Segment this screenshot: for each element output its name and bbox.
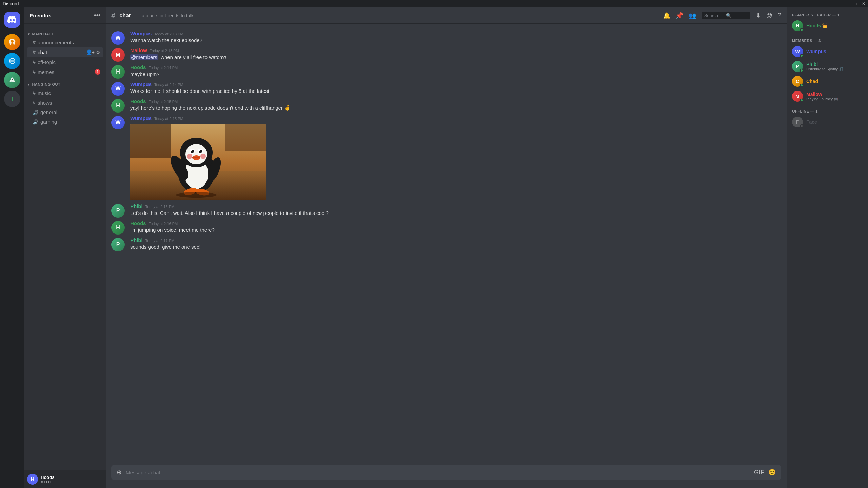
add-member-icon[interactable]: 👤+ (86, 49, 95, 55)
member-info: Wumpus (806, 49, 863, 54)
search-icon: 🔍 (726, 13, 748, 18)
mention-tag[interactable]: @members (130, 54, 158, 60)
message-author[interactable]: Phibi (130, 237, 143, 243)
message-input-placeholder[interactable]: Message #chat (126, 470, 750, 475)
minimize-button[interactable]: — (850, 1, 854, 6)
messages-area[interactable]: W Wumpus Today at 2:13 PM Wanna watch th… (106, 24, 787, 465)
hash-icon: # (33, 59, 36, 65)
channel-music[interactable]: # music (27, 88, 103, 98)
add-file-icon[interactable]: ⊕ (117, 469, 122, 476)
member-list: FEARLESS LEADER — 1 H Hoods 👑 MEMBERS — … (787, 7, 868, 488)
message-group: W Wumpus Today at 2:14 PM Works for me! … (106, 80, 787, 97)
message-timestamp: Today at 2:15 PM (149, 100, 178, 104)
channel-shows[interactable]: # shows (27, 98, 103, 107)
message-group: H Hoods Today at 2:16 PM i'm jumping on … (106, 219, 787, 236)
hash-icon: # (33, 100, 36, 106)
category-hanging-out[interactable]: ▼ HANGING OUT (24, 77, 106, 88)
message-text: i'm jumping on voice. meet me there? (130, 227, 781, 234)
message-author[interactable]: Mallow (130, 47, 147, 53)
members-icon[interactable]: 👥 (689, 12, 696, 19)
message-author[interactable]: Hoods (130, 98, 146, 104)
app: + Friendos ••• ▼ MAIN HALL # announcemen… (0, 0, 868, 488)
avatar-phibi: P (111, 238, 125, 251)
channel-name-general: general (40, 109, 100, 115)
message-author[interactable]: Hoods (130, 220, 146, 226)
channel-actions: 👤+ ⚙ (86, 49, 100, 55)
current-user-avatar: H (27, 474, 38, 485)
svg-rect-5 (225, 124, 266, 151)
hash-icon: # (33, 90, 36, 96)
server-icon-1[interactable] (4, 34, 20, 50)
member-activity-mallow: Playing Journey 🎮 (806, 97, 863, 101)
message-content: Phibi Today at 2:17 PM sounds good, give… (130, 237, 781, 251)
server-header[interactable]: Friendos ••• (24, 7, 106, 24)
settings-icon[interactable]: ⚙ (96, 49, 100, 55)
message-group: W Wumpus Today at 2:15 PM (106, 114, 787, 202)
message-author[interactable]: Wumpus (130, 115, 152, 121)
message-group: W Wumpus Today at 2:13 PM Wanna watch th… (106, 29, 787, 46)
message-text: Wanna watch the next episode? (130, 37, 781, 44)
close-button[interactable]: ✕ (862, 1, 865, 6)
crown-icon: 👑 (822, 23, 828, 28)
channel-general-voice[interactable]: 🔊 general (27, 108, 103, 117)
svg-point-15 (199, 150, 200, 151)
help-icon[interactable]: ? (778, 12, 781, 19)
server-icon-3[interactable] (4, 72, 20, 88)
member-item-wumpus[interactable]: W Wumpus (789, 44, 865, 59)
add-server-button[interactable]: + (4, 91, 20, 107)
emoji-icon[interactable]: 😊 (768, 469, 776, 476)
member-item-mallow[interactable]: M Mallow Playing Journey 🎮 (789, 89, 865, 104)
channel-memes[interactable]: # memes 1 (27, 67, 103, 77)
channel-header: # chat a place for friends to talk 🔔 📌 👥… (106, 7, 787, 24)
status-dot-online (800, 28, 803, 32)
message-text: Let's do this. Can't wait. Also I think … (130, 210, 781, 217)
message-text: sounds good, give me one sec! (130, 244, 781, 251)
channel-gaming-voice[interactable]: 🔊 gaming (27, 117, 103, 126)
member-item-face[interactable]: F Face (789, 115, 865, 129)
bell-icon[interactable]: 🔔 (663, 12, 670, 19)
download-icon[interactable]: ⬇ (756, 12, 761, 19)
message-image (130, 124, 266, 201)
server-list: + (0, 7, 24, 488)
server-icon-2[interactable] (4, 53, 20, 69)
channel-chat[interactable]: # chat 👤+ ⚙ (27, 47, 103, 57)
pingu-image (130, 124, 266, 200)
message-author[interactable]: Hoods (130, 64, 146, 70)
channel-announcements[interactable]: # announcements (27, 38, 103, 47)
message-author[interactable]: Wumpus (130, 81, 152, 87)
pin-icon[interactable]: 📌 (676, 12, 683, 19)
member-item-phibi[interactable]: P Phibi Listening to Spotify 🎵 (789, 59, 865, 74)
search-bar[interactable]: Search 🔍 (702, 12, 750, 19)
search-placeholder: Search (704, 13, 726, 18)
mention-icon[interactable]: @ (766, 12, 772, 19)
members-header: MEMBERS — 3 (789, 33, 865, 44)
status-dot-online (800, 99, 803, 102)
maximize-button[interactable]: □ (857, 1, 859, 6)
memes-badge: 1 (95, 69, 100, 75)
svg-point-19 (200, 154, 206, 159)
message-timestamp: Today at 2:17 PM (145, 239, 175, 243)
category-arrow: ▼ (27, 83, 31, 86)
gif-icon[interactable]: GIF (754, 469, 764, 476)
message-header: Wumpus Today at 2:14 PM (130, 81, 781, 87)
message-header: Wumpus Today at 2:13 PM (130, 30, 781, 36)
server-name: Friendos (30, 13, 51, 18)
member-item-chad[interactable]: C Chad (789, 74, 865, 89)
titlebar-title: Discord (3, 1, 19, 6)
member-item-hoods-leader[interactable]: H Hoods 👑 (789, 18, 865, 33)
message-author[interactable]: Phibi (130, 203, 143, 209)
member-name-face: Face (806, 119, 863, 125)
message-author[interactable]: Wumpus (130, 30, 152, 36)
fearless-leader-header: FEARLESS LEADER — 1 (789, 13, 865, 18)
server-divider (7, 30, 18, 31)
svg-point-18 (187, 154, 192, 159)
category-main-hall[interactable]: ▼ MAIN HALL (24, 26, 106, 37)
avatar-phibi: P (111, 204, 125, 218)
server-icon-discord[interactable] (4, 12, 20, 28)
message-group: M Mallow Today at 2:13 PM @members when … (106, 46, 787, 63)
message-input[interactable]: ⊕ Message #chat GIF 😊 (111, 465, 781, 480)
message-header: Phibi Today at 2:17 PM (130, 237, 781, 243)
message-header: Hoods Today at 2:14 PM (130, 64, 781, 70)
message-timestamp: Today at 2:14 PM (149, 66, 178, 70)
channel-off-topic[interactable]: # off-topic (27, 57, 103, 67)
